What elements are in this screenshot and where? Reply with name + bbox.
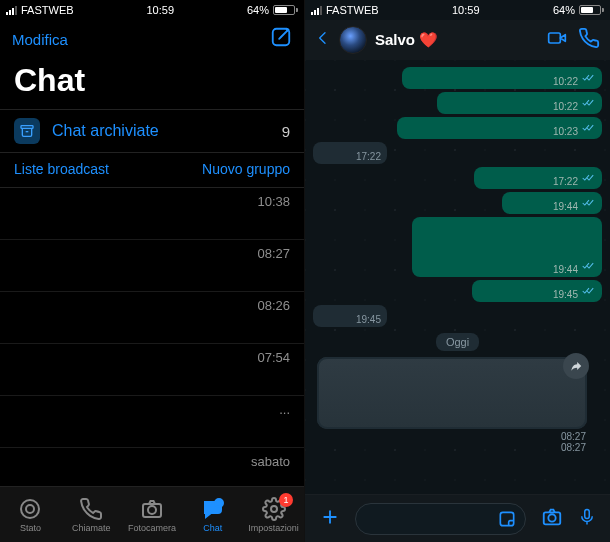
svg-rect-9: [500, 512, 513, 525]
chat-row-time: 08:26: [257, 298, 290, 313]
message-incoming[interactable]: 17:22: [313, 142, 602, 164]
signal-icon: [6, 6, 17, 15]
chat-row-time: 08:27: [257, 246, 290, 261]
message-time: 19:44: [553, 264, 578, 275]
contact-name[interactable]: Salvo ❤️: [375, 31, 536, 49]
read-ticks-icon: [582, 194, 596, 212]
read-ticks-icon: [582, 119, 596, 137]
svg-point-2: [21, 500, 39, 518]
message-time: 08:27: [313, 442, 602, 453]
settings-badge: 1: [279, 493, 293, 507]
message-time: 10:23: [553, 126, 578, 137]
message-outgoing[interactable]: 10:23: [313, 117, 602, 139]
chat-row-time: ...: [279, 402, 290, 417]
battery-icon: [273, 5, 298, 15]
chat-row-time: 07:54: [257, 350, 290, 365]
svg-point-11: [548, 514, 555, 521]
tab-status[interactable]: Stato: [0, 487, 61, 542]
chat-row[interactable]: 07:54: [0, 344, 304, 396]
page-title: Chat: [0, 58, 304, 109]
message-time: 10:22: [553, 76, 578, 87]
tab-calls-label: Chiamate: [72, 523, 111, 533]
chat-list[interactable]: 10:3808:2708:2607:54...sabatosabato: [0, 188, 304, 486]
clock: 10:59: [147, 4, 175, 16]
svg-point-6: [215, 499, 223, 507]
edit-button[interactable]: Modifica: [12, 31, 68, 48]
mic-icon[interactable]: [578, 505, 596, 533]
status-bar: FASTWEB 10:59 64%: [0, 0, 304, 20]
chat-row[interactable]: sabato: [0, 448, 304, 486]
message-incoming[interactable]: 19:45: [313, 305, 602, 327]
tab-camera-label: Fotocamera: [128, 523, 176, 533]
message-outgoing[interactable]: 10:22: [313, 92, 602, 114]
chat-row[interactable]: 08:26: [0, 292, 304, 344]
voice-call-icon[interactable]: [578, 27, 600, 53]
chat-row[interactable]: ...: [0, 396, 304, 448]
svg-rect-12: [585, 509, 590, 518]
tab-camera[interactable]: Fotocamera: [122, 487, 183, 542]
archived-chats-row[interactable]: Chat archiviate 9: [0, 109, 304, 153]
signal-icon: [311, 6, 322, 15]
video-call-icon[interactable]: [544, 28, 570, 52]
carrier-label: FASTWEB: [21, 4, 74, 16]
carrier-label: FASTWEB: [326, 4, 379, 16]
nav-bar: Modifica: [0, 20, 304, 58]
message-outgoing[interactable]: 19:44: [313, 217, 602, 277]
read-ticks-icon: [582, 282, 596, 300]
svg-point-7: [271, 506, 277, 512]
tab-chat[interactable]: Chat: [182, 487, 243, 542]
svg-point-5: [148, 506, 156, 514]
tab-settings[interactable]: 1 Impostazioni: [243, 487, 304, 542]
avatar[interactable]: [339, 26, 367, 54]
forward-icon[interactable]: [563, 353, 589, 379]
chat-list-screen: FASTWEB 10:59 64% Modifica Chat Chat arc…: [0, 0, 305, 542]
read-ticks-icon: [582, 169, 596, 187]
message-outgoing[interactable]: 19:45: [313, 280, 602, 302]
archived-label: Chat archiviate: [52, 122, 270, 140]
battery-icon: [579, 5, 604, 15]
list-shortcuts-row: Liste broadcast Nuovo gruppo: [0, 153, 304, 188]
message-time: 19:45: [553, 289, 578, 300]
message-time: 17:22: [356, 151, 381, 162]
tab-status-label: Stato: [20, 523, 41, 533]
tab-bar: Stato Chiamate Fotocamera Chat 1 Imposta…: [0, 486, 304, 542]
conversation-header: Salvo ❤️: [305, 20, 610, 60]
camera-icon[interactable]: [540, 506, 564, 532]
clock: 10:59: [452, 4, 480, 16]
chat-row[interactable]: 10:38: [0, 188, 304, 240]
day-label: Oggi: [436, 333, 479, 351]
conversation-screen: FASTWEB 10:59 64% Salvo ❤️ 10:2210:2210:…: [305, 0, 610, 542]
compose-icon[interactable]: [270, 26, 292, 52]
message-time: 08:27: [313, 431, 602, 442]
new-group-link[interactable]: Nuovo gruppo: [202, 161, 290, 177]
chat-row-time: sabato: [251, 454, 290, 469]
tab-calls[interactable]: Chiamate: [61, 487, 122, 542]
broadcast-lists-link[interactable]: Liste broadcast: [14, 161, 109, 177]
svg-point-3: [26, 505, 34, 513]
message-outgoing[interactable]: 17:22: [313, 167, 602, 189]
attach-icon[interactable]: [319, 506, 341, 532]
media-message[interactable]: [317, 357, 587, 429]
svg-rect-8: [549, 33, 561, 43]
message-input-bar: [305, 494, 610, 542]
battery-percent-label: 64%: [553, 4, 575, 16]
message-outgoing[interactable]: 10:22: [313, 67, 602, 89]
message-time: 17:22: [553, 176, 578, 187]
message-input[interactable]: [355, 503, 526, 535]
read-ticks-icon: [582, 94, 596, 112]
archived-count: 9: [282, 123, 290, 140]
message-area[interactable]: 10:2210:2210:2317:2217:2219:4419:4419:45…: [305, 60, 610, 494]
message-outgoing[interactable]: 19:44: [313, 192, 602, 214]
message-time: 10:22: [553, 101, 578, 112]
sticker-icon[interactable]: [497, 504, 525, 533]
archive-icon: [14, 118, 40, 144]
tab-chat-label: Chat: [203, 523, 222, 533]
back-icon[interactable]: [315, 27, 331, 53]
read-ticks-icon: [582, 69, 596, 87]
battery-percent-label: 64%: [247, 4, 269, 16]
read-ticks-icon: [582, 257, 596, 275]
chat-row[interactable]: 08:27: [0, 240, 304, 292]
message-time: 19:45: [356, 314, 381, 325]
message-time: 19:44: [553, 201, 578, 212]
svg-rect-1: [21, 126, 33, 129]
